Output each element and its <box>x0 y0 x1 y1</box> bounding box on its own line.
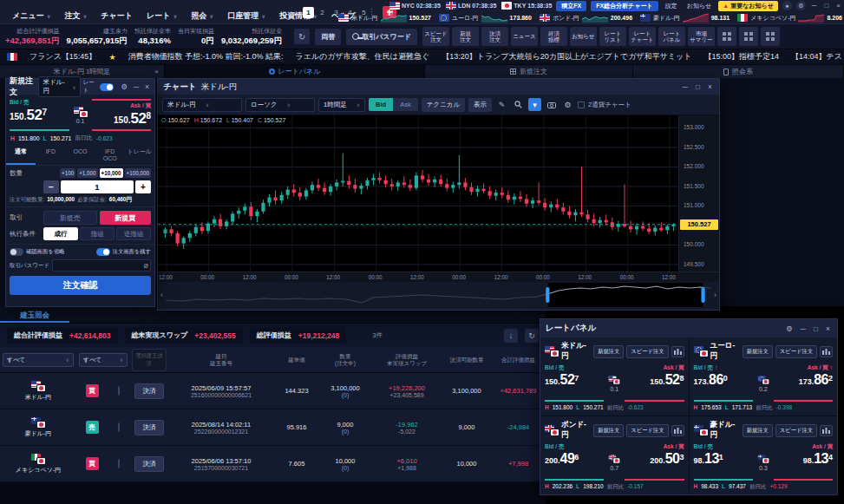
quick-button-2[interactable]: 決済 注文 <box>481 27 508 46</box>
nav-left-icon[interactable]: ‹ <box>158 291 166 299</box>
order-tab-0[interactable]: 通常 <box>6 146 36 165</box>
menu-item-4[interactable]: 照会∨ <box>184 10 220 22</box>
chart-maximize-button[interactable]: □ <box>694 82 702 91</box>
chart-minimize-button[interactable]: ─ <box>681 82 690 91</box>
quick-button-9[interactable]: 市場 サマリー <box>688 27 715 46</box>
chart-settings-icon[interactable]: ⚙ <box>561 98 574 111</box>
bid-segment-button[interactable]: Bid <box>369 98 393 111</box>
tile-ask-button[interactable]: Ask / 買150.528 <box>625 364 684 402</box>
ticker-usjpy[interactable]: 米ドル-円150.527 <box>338 13 431 23</box>
skip-confirm-toggle[interactable] <box>10 248 23 256</box>
quick-button-6[interactable]: レート リスト <box>599 27 626 46</box>
keep-window-toggle[interactable] <box>96 248 110 256</box>
close-position-button[interactable]: 決済 <box>134 420 164 435</box>
exec-option-2[interactable]: 逆指値 <box>116 227 151 240</box>
ticker-aujpy[interactable]: 豪ドル-円98.131 <box>640 13 730 23</box>
ticker-eujpy[interactable]: ユーロ-円173.860 <box>439 13 532 23</box>
order-minimize-button[interactable]: ─ <box>132 82 141 91</box>
new-order-button[interactable]: 新規注文 <box>593 345 624 358</box>
order-tab-1[interactable]: IFD <box>36 146 65 165</box>
quick-button-5[interactable]: お知らせ <box>570 27 597 46</box>
notice-button[interactable]: お知らせ <box>684 1 715 11</box>
order-gear-icon[interactable]: ⚙ <box>119 82 129 91</box>
chart-pair-select[interactable]: 米ドル-円∨ <box>162 98 242 112</box>
rate-gear-icon[interactable]: ⚙ <box>784 324 795 333</box>
menu-item-3[interactable]: レート∨ <box>140 10 184 22</box>
buy-button[interactable]: 新規買 <box>100 211 152 225</box>
mini-chart-icon[interactable] <box>820 425 833 436</box>
download-icon[interactable]: ↓ <box>504 329 518 343</box>
new-order-button[interactable]: 新規注文 <box>743 424 773 437</box>
speed-order-button[interactable]: スピード注文 <box>626 345 668 358</box>
order-close-button[interactable]: × <box>143 82 151 91</box>
quick-button-8[interactable]: レート パネル <box>658 27 685 46</box>
qty-chip-0[interactable]: +100 <box>60 168 75 178</box>
quick-button-3[interactable]: ニュース <box>511 27 538 46</box>
chart-plot-area[interactable]: O 150.627 H 150.672 L 150.407 C 150.527 … <box>158 115 719 272</box>
close-position-button[interactable]: 決済 <box>134 383 164 399</box>
chart-close-button[interactable]: × <box>706 82 714 91</box>
technical-button[interactable]: テクニカル <box>422 98 465 112</box>
quick-button-4[interactable]: 経済 指標 <box>540 27 567 46</box>
exec-option-0[interactable]: 成行 <box>43 227 78 240</box>
order-pair-select[interactable]: 米ドル-円∨ <box>38 76 80 97</box>
crosshair-icon[interactable]: ▾ <box>528 98 541 111</box>
tile-bid-button[interactable]: Bid / 売98.131 <box>694 443 753 481</box>
layout-preset-button-1[interactable] <box>739 27 758 46</box>
menu-item-1[interactable]: 注文∨ <box>58 10 95 22</box>
settings-button[interactable]: 設定 <box>663 1 680 11</box>
tile-bid-button[interactable]: Bid / 売200.496 <box>545 443 604 481</box>
bulk-close-button[interactable]: 選択建玉決済 <box>132 349 167 371</box>
camera-icon[interactable] <box>545 98 558 111</box>
menu-item-0[interactable]: メニュー∨ <box>5 10 58 22</box>
speed-order-button[interactable]: スピード注文 <box>775 345 817 358</box>
quick-button-7[interactable]: レート チャート <box>629 27 656 46</box>
bell-icon[interactable]: ● <box>782 1 792 10</box>
navigator-brush[interactable] <box>166 283 711 307</box>
qty-chip-3[interactable]: +100,000 <box>125 168 151 178</box>
dock-tab-3[interactable]: 照会系 <box>633 65 844 78</box>
price-axis[interactable]: 153.000152.500152.000151.500151.000150.5… <box>678 115 719 272</box>
ticker-mxjpy[interactable]: メキシコペソ-円8.206 <box>737 13 842 23</box>
tile-bid-button[interactable]: Bid / 売150.527 <box>545 364 604 402</box>
layout-preset-button-2[interactable] <box>761 27 780 46</box>
navigator-svg[interactable] <box>166 283 711 307</box>
draw-icon[interactable]: ✎ <box>495 98 508 111</box>
quick-button-1[interactable]: 新規 注文 <box>452 27 479 46</box>
time-axis[interactable]: 12:0000:0012:0000:0012:0000:0012:0000:00… <box>158 272 719 282</box>
layout-preset-button-0[interactable] <box>717 27 736 46</box>
new-order-button[interactable]: 新規注文 <box>743 345 773 358</box>
order-tab-4[interactable]: トレール <box>125 146 154 165</box>
menu-item-5[interactable]: 口座管理∨ <box>220 10 272 22</box>
ask-price-button[interactable]: Ask / 買 150.528 <box>92 99 152 131</box>
two-pair-checkbox[interactable] <box>578 101 585 108</box>
new-order-button[interactable]: 新規注文 <box>593 424 624 437</box>
bid-price-button[interactable]: Bid / 売 150.527 <box>10 99 69 131</box>
ticker-gbjpy[interactable]: ポンド-円200.496 <box>540 13 632 23</box>
row-checkbox[interactable] <box>118 459 120 468</box>
tile-ask-button[interactable]: Ask / 買98.134 <box>774 443 833 481</box>
rate-close-button[interactable]: × <box>824 324 832 333</box>
minimize-button[interactable]: ─ <box>810 2 819 10</box>
refresh-icon[interactable]: ↻ <box>294 29 310 44</box>
close-tab-icon[interactable]: × <box>154 68 159 75</box>
rate-toggle[interactable] <box>100 83 114 91</box>
gear-icon[interactable]: ⚙ <box>796 1 806 10</box>
exec-option-1[interactable]: 指値 <box>80 227 114 240</box>
trade-password-input[interactable]: ø <box>52 259 151 272</box>
tile-ask-button[interactable]: Ask / 買200.503 <box>625 443 684 481</box>
important-notice-button[interactable]: ▲重要なお知らせ <box>718 1 778 11</box>
decrement-button[interactable]: − <box>43 180 59 193</box>
mini-chart-icon[interactable] <box>671 425 684 436</box>
mini-chart-icon[interactable] <box>820 346 833 357</box>
ask-segment-button[interactable]: Ask <box>393 98 418 111</box>
exchange-button[interactable]: 両替 <box>315 29 341 45</box>
close-position-button[interactable]: 決済 <box>134 456 164 472</box>
qty-chip-2[interactable]: +10,000 <box>100 168 123 178</box>
fx-analysis-chart-button[interactable]: FX総合分析チャート <box>591 1 658 11</box>
zoom-icon[interactable] <box>512 98 525 111</box>
tile-ask-button[interactable]: Ask / 買 ↑173.862 <box>774 364 833 402</box>
quantity-value[interactable]: 1 <box>61 180 134 193</box>
dock-tab-1[interactable]: レートパネル <box>165 65 425 78</box>
nav-right-icon[interactable]: › <box>711 291 719 299</box>
